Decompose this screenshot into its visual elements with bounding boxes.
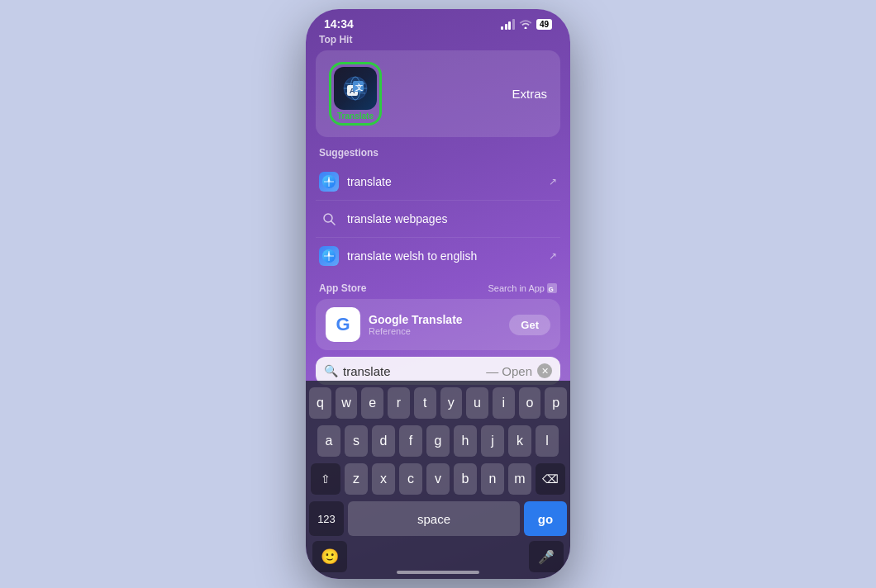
suggestion-text-2: translate webpages	[347, 212, 557, 225]
key-h[interactable]: h	[454, 425, 477, 457]
key-numbers[interactable]: 123	[309, 501, 344, 536]
suggestions-label: Suggestions	[316, 147, 560, 159]
extras-label: Extras	[512, 87, 547, 101]
key-x[interactable]: x	[372, 463, 395, 495]
keyboard-row-2: a s d f g h j k l	[309, 425, 567, 457]
appstore-section: App Store Search in App G G Google Trans…	[316, 282, 560, 350]
key-o[interactable]: o	[519, 387, 541, 419]
key-k[interactable]: k	[508, 425, 531, 457]
key-go[interactable]: go	[524, 501, 567, 536]
key-backspace[interactable]: ⌫	[536, 463, 565, 495]
search-in-app-label[interactable]: Search in App G	[488, 283, 558, 293]
key-l[interactable]: l	[536, 425, 559, 457]
search-bar-hint: — Open	[486, 364, 532, 378]
key-shift[interactable]: ⇧	[311, 463, 340, 495]
key-c[interactable]: c	[399, 463, 422, 495]
home-indicator	[397, 571, 479, 574]
suggestion-text-3: translate welsh to english	[347, 249, 540, 263]
translate-app-label: Translate	[337, 111, 374, 121]
key-m[interactable]: m	[508, 463, 531, 495]
key-j[interactable]: j	[481, 425, 504, 457]
app-result-category: Reference	[369, 326, 501, 336]
svg-text:G: G	[549, 286, 554, 293]
key-mic[interactable]: 🎤	[529, 541, 564, 562]
search-in-app-icon: G	[547, 283, 557, 293]
svg-text:文: 文	[355, 83, 363, 92]
keyboard: q w e r t y u i o p a s d f g h j k	[306, 381, 570, 562]
status-time: 14:34	[324, 17, 354, 31]
appstore-title: App Store	[319, 282, 366, 294]
key-q[interactable]: q	[309, 387, 331, 419]
battery-badge: 49	[536, 19, 552, 30]
search-icon-2	[319, 209, 339, 229]
key-w[interactable]: w	[336, 387, 358, 419]
key-y[interactable]: y	[440, 387, 463, 419]
translate-app-wrapper: A 文 Translate	[329, 62, 382, 126]
top-hit-label: Top Hit	[316, 34, 560, 45]
key-e[interactable]: e	[361, 387, 383, 419]
safari-icon-1	[319, 172, 339, 192]
arrow-icon-3: ↗	[549, 250, 557, 262]
keyboard-row-3: ⇧ z x c v b n m ⌫	[309, 463, 567, 495]
app-info: Google Translate Reference	[369, 313, 501, 336]
clear-search-button[interactable]: ✕	[537, 363, 552, 378]
suggestions-section: Suggestions	[316, 147, 560, 274]
status-icons: 49	[501, 19, 552, 30]
key-f[interactable]: f	[399, 425, 422, 457]
phone-frame: 14:34 49 Top Hit	[306, 9, 570, 579]
suggestion-text-1: translate	[347, 175, 540, 188]
top-hit-card[interactable]: A 文 Translate Extras	[316, 50, 560, 137]
spotlight-content: Top Hit A	[306, 34, 570, 562]
key-s[interactable]: s	[345, 425, 368, 457]
svg-line-12	[331, 221, 335, 225]
key-r[interactable]: r	[388, 387, 410, 419]
appstore-result-row[interactable]: G Google Translate Reference Get	[316, 299, 560, 350]
suggestion-row-translate[interactable]: translate ↗	[316, 164, 560, 201]
app-result-name: Google Translate	[369, 313, 501, 326]
keyboard-row-1: q w e r t y u i o p	[309, 387, 567, 419]
key-g[interactable]: g	[426, 425, 450, 457]
translate-app-icon: A 文	[334, 67, 377, 110]
key-space[interactable]: space	[348, 501, 520, 536]
keyboard-row-4: 123 space go	[309, 501, 567, 536]
safari-icon-3	[319, 246, 339, 266]
keyboard-row-5: 🙂 🎤	[309, 541, 567, 562]
wifi-icon	[519, 19, 532, 29]
key-z[interactable]: z	[345, 463, 368, 495]
signal-bars-icon	[501, 19, 515, 30]
google-translate-icon: G	[326, 307, 360, 342]
key-b[interactable]: b	[454, 463, 477, 495]
suggestion-row-welsh[interactable]: translate welsh to english ↗	[316, 238, 560, 274]
key-a[interactable]: a	[317, 425, 340, 457]
search-bar-value: translate	[343, 364, 481, 378]
appstore-header: App Store Search in App G	[316, 282, 560, 294]
key-emoji[interactable]: 🙂	[312, 541, 347, 562]
top-hit-section: Top Hit A	[316, 34, 560, 137]
key-n[interactable]: n	[481, 463, 504, 495]
key-v[interactable]: v	[426, 463, 450, 495]
key-i[interactable]: i	[493, 387, 515, 419]
get-button[interactable]: Get	[509, 315, 550, 335]
key-p[interactable]: p	[545, 387, 567, 419]
search-bar-icon: 🔍	[324, 364, 338, 377]
arrow-icon-1: ↗	[549, 176, 557, 187]
suggestion-row-webpages[interactable]: translate webpages	[316, 201, 560, 238]
key-t[interactable]: t	[414, 387, 436, 419]
key-d[interactable]: d	[372, 425, 395, 457]
status-bar: 14:34 49	[306, 9, 570, 34]
key-u[interactable]: u	[466, 387, 488, 419]
